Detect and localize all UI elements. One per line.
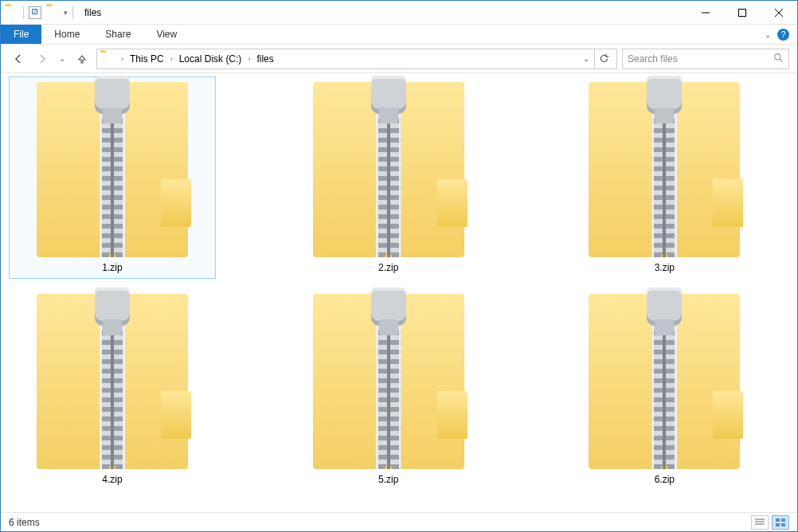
svg-rect-10	[781, 518, 785, 522]
view-large-icons-button[interactable]	[772, 515, 789, 530]
svg-point-4	[775, 53, 780, 59]
search-box[interactable]	[622, 49, 789, 69]
chevron-right-icon[interactable]: ›	[167, 55, 176, 63]
file-item[interactable]: 4.zip	[9, 288, 216, 491]
zip-folder-icon	[313, 82, 464, 257]
qat-dropdown-icon[interactable]: ▾	[64, 9, 68, 17]
status-bar: 6 items	[1, 512, 797, 531]
status-item-count: 6 items	[9, 517, 40, 528]
chevron-right-icon[interactable]: ›	[118, 55, 127, 63]
close-button[interactable]	[761, 2, 797, 24]
separator	[72, 6, 73, 19]
qat-properties-icon[interactable]: ✓	[29, 6, 41, 19]
ribbon-tab-home[interactable]: Home	[41, 25, 92, 44]
breadcrumb-segment[interactable]: Local Disk (C:)	[178, 53, 244, 65]
back-button[interactable]	[9, 49, 28, 68]
zip-folder-icon	[589, 82, 740, 257]
window-folder-icon	[6, 6, 18, 19]
recent-locations-button[interactable]: ⌄	[57, 49, 68, 68]
ribbon-expand-icon[interactable]: ⌄	[765, 30, 771, 39]
file-item[interactable]: 2.zip	[285, 76, 492, 279]
file-item[interactable]: 1.zip	[9, 76, 216, 279]
breadcrumb-segment[interactable]: This PC	[128, 53, 166, 65]
zip-folder-icon	[313, 294, 464, 469]
address-bar[interactable]: › This PC › Local Disk (C:) › files ⌄	[96, 49, 617, 69]
file-item[interactable]: 3.zip	[561, 76, 768, 279]
breadcrumb-segment[interactable]: files	[255, 53, 275, 65]
search-input[interactable]	[628, 53, 773, 65]
chevron-right-icon[interactable]: ›	[244, 55, 253, 63]
view-details-button[interactable]	[751, 515, 769, 530]
maximize-button[interactable]	[724, 2, 761, 24]
window-title: files	[84, 7, 101, 18]
file-item[interactable]: 6.zip	[561, 288, 768, 491]
file-name: 5.zip	[378, 474, 398, 485]
file-item[interactable]: 5.zip	[285, 288, 492, 491]
file-name: 1.zip	[102, 262, 122, 273]
file-name: 4.zip	[102, 474, 122, 485]
navigation-row: ⌄ › This PC › Local Disk (C:) › files ⌄	[1, 45, 797, 73]
refresh-button[interactable]	[594, 49, 613, 68]
help-icon[interactable]: ?	[777, 29, 789, 41]
address-folder-icon	[100, 53, 113, 65]
file-name: 3.zip	[655, 262, 675, 273]
ribbon-file-tab[interactable]: File	[1, 25, 41, 44]
zip-folder-icon	[589, 294, 740, 469]
svg-rect-12	[781, 523, 785, 526]
address-dropdown-icon[interactable]: ⌄	[583, 54, 589, 63]
file-name: 6.zip	[655, 474, 675, 485]
ribbon-tab-view[interactable]: View	[143, 25, 190, 44]
svg-rect-11	[776, 523, 780, 526]
title-bar: ✓ ▾ files	[1, 1, 797, 25]
svg-rect-9	[776, 518, 780, 522]
ribbon: File Home Share View ⌄ ?	[1, 25, 797, 45]
minimize-button[interactable]	[687, 2, 724, 24]
separator	[23, 6, 24, 19]
file-list[interactable]: 1.zip 2.zip 3.zip	[1, 73, 797, 512]
ribbon-tab-share[interactable]: Share	[92, 25, 143, 44]
up-button[interactable]	[72, 49, 92, 68]
zip-folder-icon	[37, 294, 188, 469]
qat-folder-icon[interactable]	[46, 6, 59, 19]
forward-button[interactable]	[33, 49, 52, 68]
zip-folder-icon	[37, 82, 188, 257]
search-icon[interactable]	[773, 53, 784, 65]
file-name: 2.zip	[378, 262, 398, 273]
svg-rect-1	[739, 9, 746, 16]
svg-line-5	[780, 59, 782, 61]
